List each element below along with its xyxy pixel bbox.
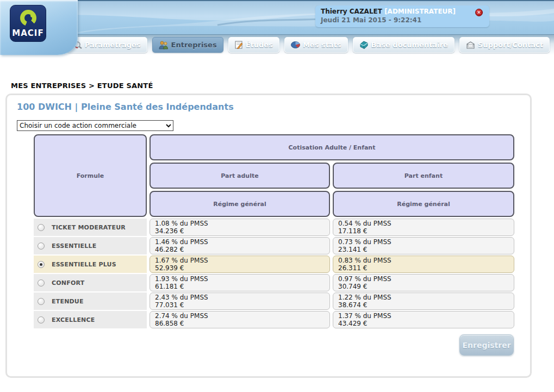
radio-essentielle[interactable] <box>38 242 45 250</box>
formule-label: ETENDUE <box>52 298 84 305</box>
adult-amount: 77.031 € <box>155 301 325 309</box>
child-percent: 1.37 % du PMSS <box>338 312 509 320</box>
part-enfant-cell: 0.73 % du PMSS 23.141 € <box>333 237 514 254</box>
child-percent: 0.73 % du PMSS <box>338 238 509 246</box>
page-title: 100 DWICH | Pleine Santé des Indépendant… <box>17 102 234 112</box>
child-percent: 0.83 % du PMSS <box>338 257 509 264</box>
pricing-table: Formule Cotisation Adulte / Enfant Part … <box>34 134 514 329</box>
mail-icon <box>466 41 475 49</box>
table-row-confort: CONFORT 1.93 % du PMSS 61.181 € 0.97 % d… <box>34 274 514 291</box>
code-action-select[interactable]: Choisir un code action commerciale <box>17 120 173 131</box>
tab-label: Base documentaire <box>371 41 448 49</box>
formule-label: ESSENTIELLE <box>52 242 96 250</box>
child-percent: 1.22 % du PMSS <box>338 294 509 301</box>
part-adulte-cell: 1.93 % du PMSS 61.181 € <box>150 274 330 291</box>
piechart-icon <box>291 41 300 48</box>
part-adulte-cell: 1.67 % du PMSS 52.939 € <box>150 256 330 273</box>
header-part-adulte: Part adulte <box>150 163 330 189</box>
adult-percent: 1.46 % du PMSS <box>155 238 325 246</box>
notes-icon <box>235 41 243 49</box>
study-panel: 100 DWICH | Pleine Santé des Indépendant… <box>5 94 532 378</box>
pricing-table-body: TICKET MODERATEUR 1.08 % du PMSS 34.236 … <box>34 219 514 328</box>
adult-percent: 2.74 % du PMSS <box>155 312 325 320</box>
radio-etendue[interactable] <box>38 298 45 305</box>
radio-ticket-moderateur[interactable] <box>38 224 45 231</box>
adult-percent: 2.43 % du PMSS <box>155 294 325 301</box>
adult-percent: 1.93 % du PMSS <box>155 275 325 283</box>
child-amount: 38.674 € <box>338 301 509 309</box>
adult-amount: 52.939 € <box>155 264 325 272</box>
formule-cell[interactable]: ETENDUE <box>34 293 147 310</box>
child-amount: 23.141 € <box>338 246 509 253</box>
table-row-etendue: ETENDUE 2.43 % du PMSS 77.031 € 1.22 % d… <box>34 293 514 310</box>
formule-label: EXCELLENCE <box>52 316 95 323</box>
radio-confort[interactable] <box>38 279 45 287</box>
tab-support-contact[interactable]: Support/Contact <box>459 37 550 53</box>
adult-percent: 1.08 % du PMSS <box>155 220 325 227</box>
book-icon <box>359 41 369 49</box>
tab-base-documentaire[interactable]: Base documentaire <box>353 37 455 53</box>
people-icon <box>159 41 169 49</box>
child-amount: 26.311 € <box>338 264 509 272</box>
formule-label: ESSENTIELLE PLUS <box>52 261 116 268</box>
nav-bar: Accueil Parametrages Entreprises <box>0 34 554 55</box>
part-adulte-cell: 1.08 % du PMSS 34.236 € <box>150 219 330 236</box>
tab-label: Support/Contact <box>478 41 543 49</box>
adult-amount: 46.282 € <box>155 246 325 253</box>
table-row-essentielle: ESSENTIELLE 1.46 % du PMSS 46.282 € 0.73… <box>34 237 514 254</box>
adult-percent: 1.67 % du PMSS <box>155 257 325 264</box>
macif-logo-text: MACIF <box>12 28 43 38</box>
part-enfant-cell: 0.54 % du PMSS 17.118 € <box>333 219 514 236</box>
formule-cell[interactable]: TICKET MODERATEUR <box>34 219 147 236</box>
formule-label: CONFORT <box>52 279 84 287</box>
part-adulte-cell: 2.74 % du PMSS 86.858 € <box>150 311 330 328</box>
formule-cell[interactable]: CONFORT <box>34 274 147 291</box>
header-formule: Formule <box>34 134 147 217</box>
formule-cell[interactable]: ESSENTIELLE <box>34 237 147 254</box>
user-info-box: Thierry CAZALET [ADMINISTRATEUR] Jeudi 2… <box>315 5 489 27</box>
header-part-enfant: Part enfant <box>333 163 514 189</box>
formule-cell[interactable]: EXCELLENCE <box>34 311 147 328</box>
logo-panel: MACIF <box>0 0 78 55</box>
user-datetime: Jeudi 21 Mai 2015 - 9:22:41 <box>321 16 484 24</box>
table-row-essentielle-plus: ESSENTIELLE PLUS 1.67 % du PMSS 52.939 €… <box>34 256 514 273</box>
tab-etudes[interactable]: Études <box>228 37 279 53</box>
radio-excellence[interactable] <box>38 316 45 323</box>
radio-essentielle-plus[interactable] <box>38 261 45 268</box>
header-cotisation-group: Cotisation Adulte / Enfant <box>150 134 514 160</box>
adult-amount: 86.858 € <box>155 320 325 327</box>
part-adulte-cell: 2.43 % du PMSS 77.031 € <box>150 293 330 310</box>
part-enfant-cell: 1.37 % du PMSS 43.429 € <box>333 311 514 328</box>
header-regime-enfant: Régime général <box>333 191 514 217</box>
save-button[interactable]: Enregistrer <box>459 334 514 356</box>
macif-logo-icon <box>19 9 38 27</box>
user-role: [ADMINISTRATEUR] <box>384 8 456 15</box>
adult-amount: 61.181 € <box>155 283 325 290</box>
close-icon[interactable]: ✕ <box>475 9 483 16</box>
part-enfant-cell: 0.83 % du PMSS 26.311 € <box>333 256 514 273</box>
header-regime-adulte: Régime général <box>150 191 330 217</box>
tab-parametrages[interactable]: Parametrages <box>67 37 147 53</box>
part-adulte-cell: 1.46 % du PMSS 46.282 € <box>150 237 330 254</box>
part-enfant-cell: 1.22 % du PMSS 38.674 € <box>333 293 514 310</box>
formule-cell[interactable]: ESSENTIELLE PLUS <box>34 256 147 273</box>
child-percent: 0.97 % du PMSS <box>338 275 509 283</box>
tab-label: Mes stats <box>303 41 341 49</box>
nav-tabs: Accueil Parametrages Entreprises <box>9 37 550 53</box>
formule-label: TICKET MODERATEUR <box>52 224 126 231</box>
part-enfant-cell: 0.97 % du PMSS 30.749 € <box>333 274 514 291</box>
child-amount: 43.429 € <box>338 320 509 327</box>
macif-app: MACIF Thierry CAZALET [ADMINISTRATEUR] J… <box>0 0 554 392</box>
pricing-table-header: Formule Cotisation Adulte / Enfant Part … <box>34 134 514 217</box>
tab-entreprises[interactable]: Entreprises <box>152 37 223 53</box>
child-amount: 30.749 € <box>338 283 509 290</box>
tab-label: Entreprises <box>171 41 217 49</box>
child-amount: 17.118 € <box>338 227 509 235</box>
tab-label: Études <box>246 41 273 49</box>
tab-mes-stats[interactable]: Mes stats <box>284 37 348 53</box>
macif-logo[interactable]: MACIF <box>10 5 46 42</box>
tab-label: Parametrages <box>85 41 141 49</box>
table-row-ticket-moderateur: TICKET MODERATEUR 1.08 % du PMSS 34.236 … <box>34 219 514 236</box>
child-percent: 0.54 % du PMSS <box>338 220 509 227</box>
table-row-excellence: EXCELLENCE 2.74 % du PMSS 86.858 € 1.37 … <box>34 311 514 328</box>
